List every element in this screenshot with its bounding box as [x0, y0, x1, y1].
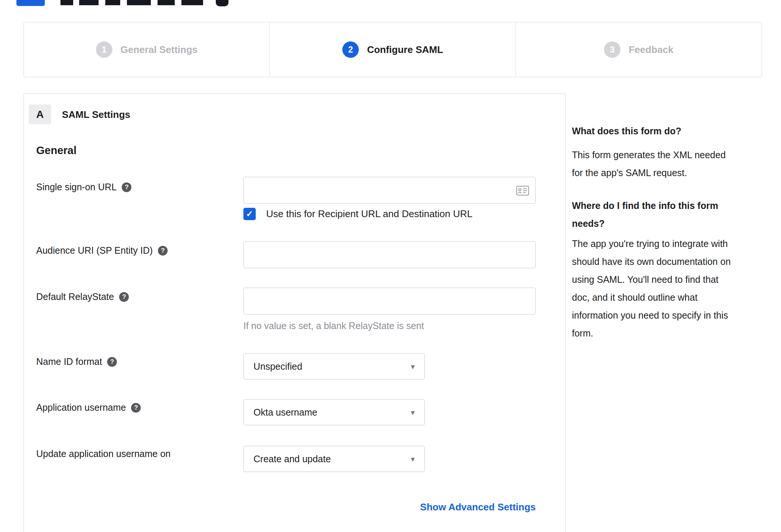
step-feedback[interactable]: 3 Feedback	[516, 22, 762, 77]
application-username-label: Application username ?	[36, 402, 141, 413]
step-label: General Settings	[121, 44, 198, 56]
relay-state-hint: If no value is set, a blank RelayState i…	[243, 320, 424, 331]
clipped-title-fragment	[79, 0, 99, 5]
help-question-1: What does this form do?	[572, 122, 760, 140]
step-general-settings[interactable]: 1 General Settings	[24, 22, 270, 77]
update-username-value: Create and update	[253, 454, 331, 464]
caret-down-icon: ▾	[411, 409, 415, 416]
sso-url-label: Single sign-on URL ?	[36, 182, 131, 193]
step-number-badge: 2	[342, 41, 359, 58]
update-username-label-text: Update application username on	[36, 448, 171, 459]
application-username-value: Okta username	[253, 407, 317, 418]
application-username-label-text: Application username	[36, 402, 126, 413]
show-advanced-settings-link[interactable]: Show Advanced Settings	[243, 501, 536, 513]
recipient-url-checkbox-row: ✓ Use this for Recipient URL and Destina…	[243, 208, 473, 220]
clipped-title-fragment	[60, 0, 73, 5]
name-id-format-select[interactable]: Unspecified ▾	[243, 353, 425, 379]
recipient-url-checkbox-label: Use this for Recipient URL and Destinati…	[266, 208, 473, 220]
caret-down-icon: ▾	[411, 363, 415, 370]
relay-state-label-text: Default RelayState	[36, 291, 114, 302]
general-section-heading: General	[36, 144, 77, 157]
section-a-badge: A	[29, 104, 51, 124]
audience-uri-label-text: Audience URI (SP Entity ID)	[36, 245, 153, 256]
clipped-title-fragment	[105, 0, 120, 5]
name-id-format-value: Unspecified	[253, 361, 302, 372]
clipped-icon-fragment	[216, 0, 228, 6]
help-icon[interactable]: ?	[119, 292, 129, 302]
name-id-format-label: Name ID format ?	[36, 356, 117, 367]
step-label: Feedback	[629, 44, 673, 56]
recipient-url-checkbox[interactable]: ✓	[243, 208, 256, 220]
card-title: SAML Settings	[62, 109, 130, 121]
audience-uri-input[interactable]	[243, 241, 536, 268]
update-username-select[interactable]: Create and update ▾	[243, 446, 425, 472]
clipped-title-fragment	[127, 0, 151, 5]
relay-state-input[interactable]	[243, 288, 536, 314]
clipped-title-fragment	[158, 0, 175, 5]
relay-state-label: Default RelayState ?	[36, 291, 129, 302]
sso-url-input[interactable]	[243, 177, 536, 204]
sso-url-input-wrap	[243, 177, 536, 204]
name-id-format-label-text: Name ID format	[36, 356, 102, 367]
clipped-title-fragment	[181, 0, 203, 5]
update-username-label: Update application username on	[36, 448, 171, 459]
clipped-logo-icon	[16, 0, 45, 6]
help-icon[interactable]: ?	[131, 403, 141, 413]
saml-settings-card: A SAML Settings General Single sign-on U…	[24, 93, 566, 532]
help-icon[interactable]: ?	[122, 182, 131, 192]
help-answer-1: This form generates the XML needed for t…	[572, 146, 760, 182]
sso-url-label-text: Single sign-on URL	[36, 182, 116, 193]
help-panel: What does this form do? This form genera…	[572, 122, 760, 357]
caret-down-icon: ▾	[411, 455, 415, 463]
wizard-stepper: 1 General Settings 2 Configure SAML 3 Fe…	[24, 22, 762, 77]
audience-uri-label: Audience URI (SP Entity ID) ?	[36, 245, 168, 256]
clipped-page-header	[0, 0, 781, 7]
step-configure-saml[interactable]: 2 Configure SAML	[270, 22, 516, 77]
help-icon[interactable]: ?	[107, 357, 117, 367]
help-icon[interactable]: ?	[158, 246, 168, 256]
help-answer-2: The app you're trying to integrate with …	[572, 235, 760, 342]
step-label: Configure SAML	[367, 44, 443, 56]
contact-card-icon	[516, 186, 529, 197]
help-question-2: Where do I find the info this form needs…	[572, 197, 760, 232]
step-number-badge: 3	[604, 41, 620, 58]
application-username-select[interactable]: Okta username ▾	[243, 399, 425, 425]
step-number-badge: 1	[96, 41, 112, 58]
